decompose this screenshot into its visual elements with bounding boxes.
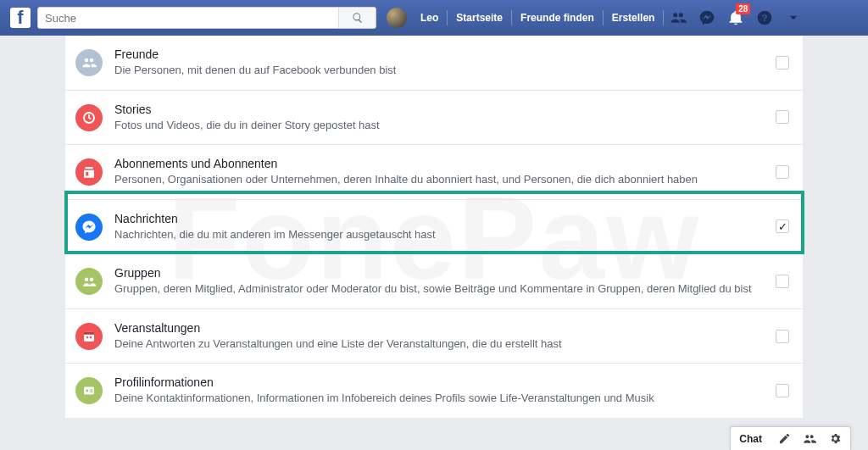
svg-point-11 bbox=[86, 390, 88, 392]
search-button[interactable] bbox=[338, 8, 376, 28]
row-checkbox[interactable] bbox=[776, 219, 789, 233]
row-checkbox[interactable] bbox=[776, 330, 789, 343]
svg-rect-9 bbox=[90, 336, 92, 338]
row-body: ProfilinformationenDeine Kontaktinformat… bbox=[114, 375, 789, 406]
row-desc: Deine Kontaktinformationen, Informatione… bbox=[114, 391, 765, 406]
nav-divider bbox=[663, 10, 664, 25]
settings-panel: FreundeDie Personen, mit denen du auf Fa… bbox=[65, 36, 803, 418]
row-checkbox[interactable] bbox=[776, 56, 789, 69]
messages-icon bbox=[75, 214, 103, 241]
notifications-button[interactable]: 28 bbox=[725, 0, 747, 36]
profile-icon bbox=[75, 377, 103, 404]
row-desc: Deine Antworten zu Veranstaltungen und e… bbox=[114, 336, 765, 352]
row-body: NachrichtenNachrichten, die du mit ander… bbox=[114, 212, 789, 242]
compose-icon bbox=[778, 432, 791, 445]
row-desc: Personen, Organisationen oder Unternehme… bbox=[114, 172, 765, 187]
people-icon bbox=[803, 432, 816, 446]
settings-row-events: VeranstaltungenDeine Antworten zu Verans… bbox=[65, 309, 803, 364]
friends-icon bbox=[75, 49, 103, 76]
row-desc: Fotos und Videos, die du in deiner Story… bbox=[114, 118, 765, 133]
row-body: Abonnements und AbonnentenPersonen, Orga… bbox=[114, 157, 789, 187]
facebook-logo-icon[interactable]: f bbox=[10, 8, 31, 28]
notifications-badge: 28 bbox=[736, 3, 750, 14]
row-desc: Gruppen, deren Mitglied, Administrator o… bbox=[114, 281, 765, 297]
user-name-link[interactable]: Leo bbox=[412, 0, 447, 36]
svg-text:?: ? bbox=[762, 12, 768, 23]
svg-rect-3 bbox=[86, 172, 88, 176]
events-icon bbox=[75, 323, 103, 350]
nav-find-friends[interactable]: Freunde finden bbox=[512, 0, 603, 36]
nav-create[interactable]: Erstellen bbox=[604, 0, 664, 36]
search-input[interactable] bbox=[38, 12, 338, 25]
row-desc: Die Personen, mit denen du auf Facebook … bbox=[114, 63, 765, 78]
friend-requests-button[interactable] bbox=[667, 0, 689, 36]
follows-icon bbox=[75, 158, 103, 186]
groups-icon bbox=[75, 268, 103, 295]
compose-button[interactable] bbox=[777, 432, 791, 446]
chevron-down-icon bbox=[787, 12, 799, 24]
row-checkbox[interactable] bbox=[776, 165, 789, 179]
settings-row-follows: Abonnements und AbonnentenPersonen, Orga… bbox=[65, 145, 803, 200]
chat-settings-button[interactable] bbox=[828, 432, 842, 446]
settings-row-friends: FreundeDie Personen, mit denen du auf Fa… bbox=[65, 36, 803, 91]
settings-row-messages: NachrichtenNachrichten, die du mit ander… bbox=[65, 200, 803, 255]
settings-list: FreundeDie Personen, mit denen du auf Fa… bbox=[65, 36, 803, 418]
settings-row-profile: ProfilinformationenDeine Kontaktinformat… bbox=[65, 364, 803, 418]
svg-point-4 bbox=[85, 278, 89, 282]
settings-row-stories: StoriesFotos und Videos, die du in deine… bbox=[65, 91, 803, 146]
row-title: Stories bbox=[114, 103, 765, 116]
chat-label: Chat bbox=[739, 433, 762, 445]
chat-dock[interactable]: Chat bbox=[730, 426, 851, 450]
row-desc: Nachrichten, die du mit anderen im Messe… bbox=[114, 227, 765, 242]
top-header: f Leo Startseite Freunde finden Erstelle… bbox=[0, 0, 868, 36]
row-body: GruppenGruppen, deren Mitglied, Administ… bbox=[114, 266, 789, 297]
svg-point-5 bbox=[90, 278, 94, 282]
svg-rect-12 bbox=[90, 390, 93, 391]
row-checkbox[interactable] bbox=[776, 275, 789, 288]
row-title: Veranstaltungen bbox=[114, 321, 765, 335]
stories-icon bbox=[75, 104, 103, 131]
settings-row-groups: GruppenGruppen, deren Mitglied, Administ… bbox=[65, 254, 803, 309]
chat-people-button[interactable] bbox=[803, 432, 816, 446]
account-menu-button[interactable] bbox=[782, 0, 804, 36]
help-button[interactable]: ? bbox=[754, 0, 776, 36]
avatar[interactable] bbox=[387, 8, 407, 28]
svg-rect-7 bbox=[84, 331, 94, 334]
gear-icon bbox=[829, 432, 842, 445]
row-body: FreundeDie Personen, mit denen du auf Fa… bbox=[114, 47, 789, 78]
search-wrap bbox=[37, 7, 376, 29]
messenger-button[interactable] bbox=[696, 0, 718, 36]
messenger-icon bbox=[698, 9, 715, 26]
row-title: Profilinformationen bbox=[114, 375, 765, 389]
nav-home[interactable]: Startseite bbox=[448, 0, 511, 36]
row-title: Gruppen bbox=[114, 266, 765, 280]
svg-rect-13 bbox=[90, 392, 93, 392]
row-title: Nachrichten bbox=[114, 212, 765, 225]
row-checkbox[interactable] bbox=[776, 384, 789, 397]
help-icon: ? bbox=[756, 9, 773, 26]
row-body: StoriesFotos und Videos, die du in deine… bbox=[114, 103, 789, 133]
svg-rect-10 bbox=[84, 387, 94, 395]
people-icon bbox=[670, 9, 687, 26]
row-body: VeranstaltungenDeine Antworten zu Verans… bbox=[114, 321, 789, 352]
row-title: Abonnements und Abonnenten bbox=[114, 157, 765, 170]
row-title: Freunde bbox=[114, 47, 765, 61]
search-icon bbox=[352, 12, 364, 24]
svg-rect-8 bbox=[86, 336, 88, 338]
row-checkbox[interactable] bbox=[776, 110, 789, 124]
